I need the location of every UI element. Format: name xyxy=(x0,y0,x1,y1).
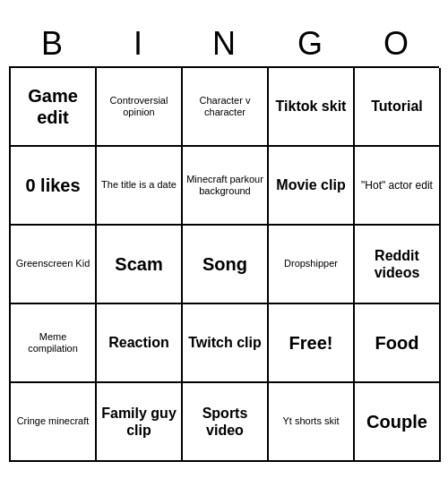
cell-13[interactable]: Dropshipper xyxy=(269,226,355,304)
cell-4[interactable]: Tutorial xyxy=(355,68,441,147)
cell-10[interactable]: Greenscreen Kid xyxy=(11,226,97,304)
cell-5[interactable]: 0 likes xyxy=(11,147,97,226)
cell-8[interactable]: Movie clip xyxy=(269,147,355,226)
bingo-title: B I N G O xyxy=(9,25,439,63)
letter-g: G xyxy=(271,25,349,63)
cell-9[interactable]: "Hot" actor edit xyxy=(355,147,441,226)
cell-21[interactable]: Family guy clip xyxy=(97,383,183,462)
bingo-card: B I N G O Game edit Controversial opinio… xyxy=(9,25,439,462)
cell-15[interactable]: Meme compilation xyxy=(11,304,97,383)
letter-o: O xyxy=(357,25,435,63)
cell-22[interactable]: Sports video xyxy=(183,383,269,462)
cell-18[interactable]: Free! xyxy=(269,304,355,383)
cell-6[interactable]: The title is a date xyxy=(97,147,183,226)
cell-7[interactable]: Minecraft parkour background xyxy=(183,147,269,226)
cell-20[interactable]: Cringe minecraft xyxy=(11,383,97,462)
letter-b: B xyxy=(13,25,91,63)
cell-16[interactable]: Reaction xyxy=(97,304,183,383)
letter-i: I xyxy=(99,25,177,63)
cell-24[interactable]: Couple xyxy=(355,383,441,462)
cell-0[interactable]: Game edit xyxy=(11,68,97,147)
cell-2[interactable]: Character v character xyxy=(183,68,269,147)
cell-17[interactable]: Twitch clip xyxy=(183,304,269,383)
cell-1[interactable]: Controversial opinion xyxy=(97,68,183,147)
cell-19[interactable]: Food xyxy=(355,304,441,383)
cell-11[interactable]: Scam xyxy=(97,226,183,304)
cell-12[interactable]: Song xyxy=(183,226,269,304)
cell-23[interactable]: Yt shorts skit xyxy=(269,383,355,462)
letter-n: N xyxy=(185,25,263,63)
cell-14[interactable]: Reddit videos xyxy=(355,226,441,304)
cell-3[interactable]: Tiktok skit xyxy=(269,68,355,147)
bingo-grid: Game edit Controversial opinion Characte… xyxy=(9,66,439,462)
